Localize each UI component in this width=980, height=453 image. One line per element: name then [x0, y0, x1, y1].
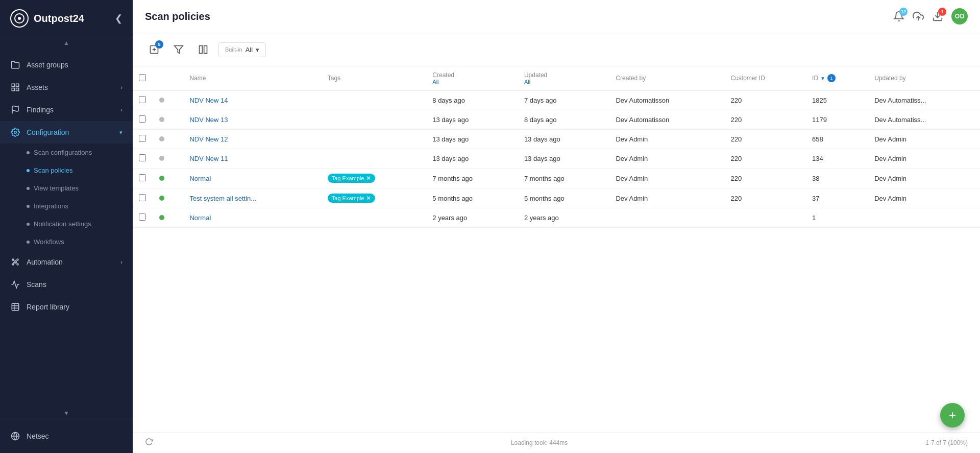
- scans-icon: [10, 279, 20, 290]
- sidebar-item-workflows[interactable]: Workflows: [0, 233, 133, 251]
- tag-badge: Tag Example✕: [328, 174, 376, 183]
- sidebar-item-automation[interactable]: Automation ›: [0, 251, 133, 273]
- name-header[interactable]: Name: [183, 66, 321, 90]
- table-row[interactable]: NDV New 14 8 days ago 7 days ago Dev Aut…: [133, 90, 980, 110]
- row-checkbox[interactable]: [139, 115, 146, 123]
- table-row[interactable]: Test system all settin... Tag Example✕ 5…: [133, 188, 980, 208]
- created-by-header[interactable]: Created by: [609, 66, 724, 90]
- row-updated-cell: 13 days ago: [518, 130, 610, 149]
- sidebar-item-notification-settings[interactable]: Notification settings: [0, 215, 133, 233]
- globe-icon: [10, 431, 20, 441]
- scroll-down-arrow[interactable]: ▼: [0, 408, 133, 419]
- scroll-up-arrow[interactable]: ▲: [0, 37, 133, 49]
- columns-button[interactable]: [194, 40, 212, 59]
- row-checkbox-cell[interactable]: [133, 208, 153, 228]
- updated-header[interactable]: Updated All: [518, 66, 610, 90]
- sidebar-item-scan-configurations[interactable]: Scan configurations: [0, 144, 133, 161]
- row-id-cell: 134: [806, 149, 868, 169]
- row-checkbox[interactable]: [139, 213, 146, 221]
- table-row[interactable]: NDV New 11 13 days ago 13 days ago Dev A…: [133, 149, 980, 169]
- row-status-cell: [153, 208, 183, 228]
- sidebar-item-asset-groups[interactable]: Asset groups: [0, 54, 133, 76]
- built-in-filter[interactable]: Built-in All ▾: [218, 42, 266, 57]
- dot-icon: [27, 205, 30, 208]
- row-name-cell[interactable]: NDV New 14: [183, 90, 321, 110]
- table-row[interactable]: NDV New 13 13 days ago 8 days ago Dev Au…: [133, 110, 980, 130]
- row-name-cell[interactable]: Test system all settin...: [183, 188, 321, 208]
- row-checkbox-cell[interactable]: [133, 169, 153, 188]
- row-customer-id-cell: 220: [724, 90, 806, 110]
- sidebar-item-netsec[interactable]: Netsec: [10, 427, 122, 445]
- row-checkbox-cell[interactable]: [133, 130, 153, 149]
- table-row[interactable]: Normal Tag Example✕ 7 months ago 7 month…: [133, 169, 980, 188]
- status-dot: [159, 196, 164, 201]
- row-name-cell[interactable]: NDV New 12: [183, 130, 321, 149]
- customer-id-header[interactable]: Customer ID: [724, 66, 806, 90]
- policies-table-container: Name Tags Created All: [133, 66, 980, 432]
- status-header: [153, 66, 183, 90]
- row-name-cell[interactable]: Normal: [183, 169, 321, 188]
- row-checkbox-cell[interactable]: [133, 90, 153, 110]
- sidebar-item-configuration[interactable]: Configuration ▾: [0, 121, 133, 144]
- row-created-cell: 8 days ago: [426, 90, 518, 110]
- row-created-by-cell: Dev Admin: [609, 149, 724, 169]
- table-row[interactable]: NDV New 12 13 days ago 13 days ago Dev A…: [133, 130, 980, 149]
- row-checkbox-cell[interactable]: [133, 110, 153, 130]
- refresh-button[interactable]: [145, 438, 153, 448]
- row-checkbox-cell[interactable]: [133, 149, 153, 169]
- table-row[interactable]: Normal 2 years ago 2 years ago 1: [133, 208, 980, 228]
- row-name-cell[interactable]: Normal: [183, 208, 321, 228]
- row-created-cell: 13 days ago: [426, 110, 518, 130]
- sidebar-item-view-templates[interactable]: View templates: [0, 179, 133, 197]
- export-button[interactable]: 1: [932, 11, 943, 22]
- tag-remove-icon[interactable]: ✕: [366, 175, 371, 182]
- add-policy-button[interactable]: 5: [145, 40, 163, 59]
- select-all-header[interactable]: [133, 66, 153, 90]
- created-header[interactable]: Created All: [426, 66, 518, 90]
- row-updated-by-cell: Dev Admin: [868, 188, 980, 208]
- sidebar-item-findings[interactable]: Findings ›: [0, 99, 133, 121]
- avatar[interactable]: OO: [951, 8, 968, 25]
- sidebar-item-scan-policies[interactable]: Scan policies: [0, 161, 133, 179]
- row-id-cell: 1825: [806, 90, 868, 110]
- tags-header[interactable]: Tags: [322, 66, 426, 90]
- sidebar-nav: Asset groups Assets › Findings › Configu…: [0, 49, 133, 408]
- row-checkbox[interactable]: [139, 154, 146, 161]
- svg-rect-23: [200, 46, 203, 54]
- dot-icon: [27, 169, 30, 172]
- row-checkbox-cell[interactable]: [133, 188, 153, 208]
- sidebar-item-label: Netsec: [27, 432, 49, 440]
- id-header[interactable]: ID ▼ 1: [806, 66, 868, 90]
- add-fab-button[interactable]: +: [940, 403, 965, 427]
- filter-button[interactable]: [169, 40, 188, 59]
- sidebar-sub-item-label: View templates: [34, 184, 79, 192]
- sidebar-item-integrations[interactable]: Integrations: [0, 197, 133, 215]
- row-checkbox[interactable]: [139, 96, 146, 103]
- row-customer-id-cell: 220: [724, 130, 806, 149]
- flag-icon: [10, 105, 20, 115]
- sort-badge: 1: [827, 74, 836, 82]
- sidebar-item-report-library[interactable]: Report library: [0, 296, 133, 318]
- row-created-cell: 13 days ago: [426, 130, 518, 149]
- row-name-cell[interactable]: NDV New 11: [183, 149, 321, 169]
- row-name-cell[interactable]: NDV New 13: [183, 110, 321, 130]
- row-created-by-cell: Dev Automatisson: [609, 110, 724, 130]
- collapse-sidebar-button[interactable]: ❮: [115, 13, 122, 24]
- sidebar-item-scans[interactable]: Scans: [0, 273, 133, 296]
- sidebar-item-assets[interactable]: Assets ›: [0, 76, 133, 99]
- select-all-checkbox[interactable]: [139, 74, 146, 81]
- folder-icon: [10, 60, 20, 70]
- row-updated-by-cell: Dev Automatiss...: [868, 110, 980, 130]
- loading-text: Loading took: 444ms: [511, 439, 568, 446]
- row-checkbox[interactable]: [139, 174, 146, 181]
- main-content: Scan policies 12 1 OO 5: [133, 0, 980, 453]
- page-title: Scan policies: [145, 11, 210, 22]
- upload-button[interactable]: [913, 11, 924, 22]
- notifications-button[interactable]: 12: [893, 11, 904, 22]
- row-checkbox[interactable]: [139, 135, 146, 142]
- updated-by-header[interactable]: Updated by: [868, 66, 980, 90]
- tag-remove-icon[interactable]: ✕: [366, 195, 371, 202]
- svg-rect-1: [16, 84, 19, 86]
- row-checkbox[interactable]: [139, 194, 146, 201]
- row-status-cell: [153, 110, 183, 130]
